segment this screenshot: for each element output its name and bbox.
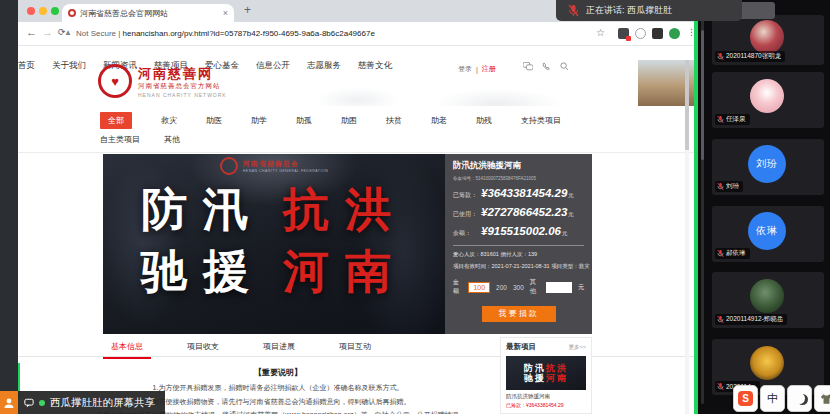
bookmark-star-icon[interactable]: ☆ xyxy=(596,27,605,38)
latest-project-thumbnail[interactable]: 防汛抗洪 驰援河南 xyxy=(506,356,586,390)
banner-text: 驰援 xyxy=(141,248,265,294)
category-item[interactable]: 支持类项目 xyxy=(521,115,561,126)
banner-text: 抗洪 xyxy=(283,186,407,232)
mic-muted-icon xyxy=(717,315,724,324)
participant-tile[interactable]: 2020114912-郑晓岳 xyxy=(712,272,824,328)
extension-icon[interactable] xyxy=(618,28,629,39)
search-icon[interactable] xyxy=(560,62,569,71)
page-scrollbar[interactable] xyxy=(685,60,689,414)
desktop-background-strip xyxy=(0,0,18,414)
forward-button[interactable]: → xyxy=(42,26,53,38)
profile-avatar[interactable] xyxy=(669,28,680,39)
tab-title: 河南省慈善总会官网网站 xyxy=(80,8,219,19)
donate-button[interactable]: 我要捐款 xyxy=(482,306,556,322)
moon-icon xyxy=(794,393,805,404)
site-logo-title[interactable]: 河南慈善网 xyxy=(138,65,213,83)
nav-disclosure[interactable]: 信息公开 xyxy=(256,60,290,72)
phone-icon[interactable] xyxy=(542,62,551,71)
audio-active-dot xyxy=(39,400,45,406)
category-item[interactable]: 助孤 xyxy=(296,115,312,126)
dark-mode-button[interactable] xyxy=(787,385,812,412)
scrollbar-thumb[interactable] xyxy=(685,60,689,150)
category-item[interactable]: 助学 xyxy=(251,115,267,126)
new-tab-button[interactable]: + xyxy=(244,3,251,17)
category-item[interactable]: 助医 xyxy=(206,115,222,126)
project-title: 防汛抗洪驰援河南 xyxy=(453,160,584,172)
site-favicon xyxy=(68,9,76,17)
participant-name: 任泽泉 xyxy=(726,115,746,124)
register-link[interactable]: 注册 xyxy=(482,64,496,74)
project-banner-image[interactable]: 河南省慈善总会 HENAN CHARITY GENERAL FEDERATION… xyxy=(103,154,445,334)
address-bar[interactable]: Not Secure | henancishan.org/pv.html?id=… xyxy=(76,29,576,38)
nav-about[interactable]: 关于我们 xyxy=(52,60,86,72)
page-url: henancishan.org/pv.html?id=05787b42-f950… xyxy=(123,29,375,38)
raised-label: 已筹款： xyxy=(453,191,481,200)
participant-tile[interactable]: 2020114870张明龙 xyxy=(712,15,824,65)
divider xyxy=(18,152,698,153)
category-item[interactable]: 助困 xyxy=(341,115,357,126)
charity-logo-seal[interactable]: ♥ xyxy=(98,64,132,98)
unit: 元 xyxy=(568,211,574,218)
login-link[interactable]: 登录 xyxy=(458,64,472,74)
amount-option-300[interactable]: 300 xyxy=(513,284,524,291)
category-item[interactable]: 自主类项目 xyxy=(100,134,140,145)
message-icon[interactable] xyxy=(523,62,533,71)
browser-toolbar: ← → ⟳ ▲ Not Secure | henancishan.org/pv.… xyxy=(18,22,698,46)
banner-text: 防汛 xyxy=(141,186,265,232)
category-item[interactable]: 救灾 xyxy=(161,115,177,126)
amount-label: 金额 xyxy=(453,278,462,296)
back-button[interactable]: ← xyxy=(26,26,37,38)
banner-seal-icon xyxy=(220,157,238,175)
close-window-button[interactable] xyxy=(27,7,35,15)
not-secure-warning-icon[interactable]: ▲ xyxy=(64,28,72,37)
site-header: ♥ 河南慈善网 河南省慈善总会官方网站 HENAN CHARITY NETWOR… xyxy=(18,60,698,106)
latest-projects-card: 最新项目 更多>> 防汛抗洪 驰援河南 防汛抗洪驰援河南 已筹款：¥364338… xyxy=(500,337,592,414)
sogou-input-button[interactable]: S xyxy=(733,385,758,412)
mic-muted-icon xyxy=(717,182,724,191)
extension-icon[interactable] xyxy=(635,28,646,39)
chat-icon xyxy=(24,398,34,408)
amount-option-200[interactable]: 200 xyxy=(496,284,507,291)
category-item[interactable]: 助老 xyxy=(431,115,447,126)
share-presenter-icon xyxy=(0,391,18,414)
browser-tab[interactable]: 河南省慈善总会官网网站 × xyxy=(62,4,234,22)
scrollbar-thumb[interactable] xyxy=(701,30,704,160)
unit: 元 xyxy=(568,192,574,199)
participant-avatar xyxy=(750,279,784,313)
participant-name: 2020114870张明龙 xyxy=(726,52,781,61)
nav-home[interactable]: 首页 xyxy=(18,60,35,72)
category-all[interactable]: 全部 xyxy=(100,112,132,129)
nav-volunteer[interactable]: 志愿服务 xyxy=(307,60,341,72)
category-item[interactable]: 助残 xyxy=(476,115,492,126)
participant-name: 2020114912-郑晓岳 xyxy=(726,315,783,324)
sidebar-scrollbar[interactable] xyxy=(701,10,704,404)
amount-option-100[interactable]: 100 xyxy=(468,282,490,293)
extension-icon[interactable] xyxy=(652,28,663,39)
participant-tile[interactable]: 任泽泉 xyxy=(712,72,824,128)
participant-tile[interactable]: 依琳 郝依琳 xyxy=(712,206,824,262)
nav-culture[interactable]: 慈善文化 xyxy=(358,60,392,72)
site-logo-en: HENAN CHARITY NETWORK xyxy=(138,92,227,98)
banner-text: 河南 xyxy=(283,248,407,294)
close-tab-icon[interactable]: × xyxy=(223,8,228,18)
minimize-window-button[interactable] xyxy=(39,7,47,15)
participant-tile[interactable]: 刘玢 刘玢 xyxy=(712,139,824,195)
input-language-button[interactable]: 中 xyxy=(760,385,785,412)
skin-theme-button[interactable] xyxy=(814,385,830,412)
amount-option-other[interactable]: 其他 xyxy=(530,278,540,296)
notice-title: 【重要说明】 xyxy=(58,367,498,378)
zoom-window-button[interactable] xyxy=(51,7,59,15)
category-item[interactable]: 扶贫 xyxy=(386,115,402,126)
custom-amount-input[interactable] xyxy=(546,282,572,293)
category-item[interactable]: 其他 xyxy=(164,134,180,145)
more-link[interactable]: 更多>> xyxy=(569,344,586,351)
divider xyxy=(453,245,584,246)
balance-amount: ¥915515002.06 xyxy=(481,225,561,237)
participant-avatar: 刘玢 xyxy=(748,145,786,183)
balance-label: 余额： xyxy=(453,229,481,238)
category-tabs-row1: 全部 救灾 助医 助学 助孤 助困 扶贫 助老 助残 支持类项目 xyxy=(100,112,561,129)
used-amount: ¥2727866452.23 xyxy=(481,206,567,218)
donation-panel: 防汛抗洪驰援河南 备案编号：51410000725838476FA21005 已… xyxy=(445,154,592,334)
latest-project-title[interactable]: 防汛抗洪驰援河南 xyxy=(506,393,586,400)
participant-avatar xyxy=(750,79,784,113)
